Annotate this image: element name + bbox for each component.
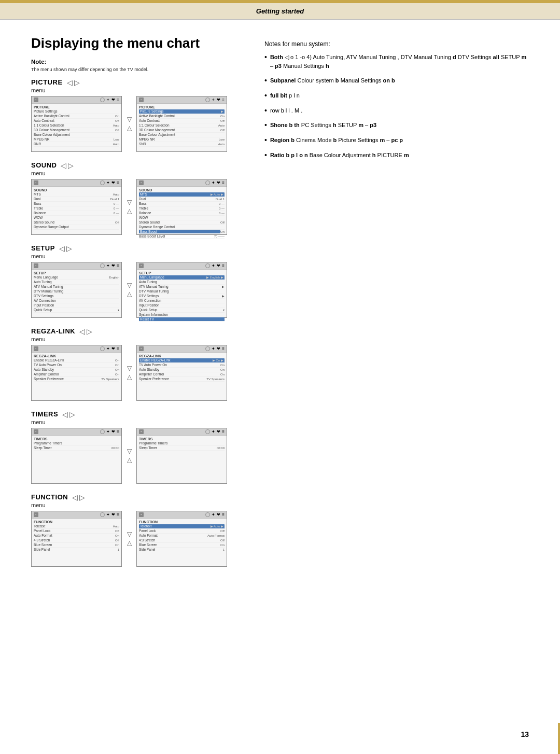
picture-screen2-topbar: ▪ ✦ ❤ ≡ [137, 96, 227, 104]
bullet-0: • [264, 53, 267, 62]
regza-s1-tv-icon: ▪ [34, 346, 38, 351]
setup-menu-title: SETUP [31, 244, 55, 252]
regza-menu-header-row: REGZA-LINK ◁ ▷ [31, 327, 249, 336]
picture-s2-row0: Picture Settings▶ [139, 109, 225, 114]
sound-s2-i3: ❤ [217, 180, 220, 185]
timers-nav-arrows: ◁ ▷ [62, 410, 75, 418]
function-s1-icons: ✦ ❤ ≡ [100, 512, 119, 517]
sound-s2-i1 [205, 180, 210, 185]
timers-screen-1: ▪ ✦ ❤ ≡ TIMERS Programme Timers Sleep [31, 428, 122, 484]
function-s1-i2: ✦ [106, 512, 110, 517]
regza-arrow-right[interactable]: ▷ [87, 327, 92, 336]
sound-s2-r9: Bass Boost Level70 —— [139, 234, 225, 239]
picture-s2-icon2: ✦ [212, 97, 215, 102]
setup-s2-r2: ATV Manual Tuning▶ [139, 285, 225, 289]
setup-s1-section: SETUP [34, 271, 119, 275]
regza-screen2-rows: REGZA-LINK Enable REGZA-Link▶ On ▶ TV Au… [137, 353, 227, 383]
sound-menu-title: SOUND [31, 161, 57, 169]
picture-s1-row3: 1:1 Colour SelectionAuto [34, 123, 119, 128]
function-s2-r1: Panel LockOff [139, 529, 225, 534]
timers-menu-header-row: TIMERS ◁ ▷ [31, 410, 249, 419]
function-s1-r3: 4:3 StretchOff [34, 538, 119, 543]
setup-s2-r6: Input Position [139, 303, 225, 308]
picture-s2-row4: 3D Colour ManagementOff [139, 128, 225, 133]
setup-arrow-right[interactable]: ▷ [66, 244, 72, 253]
function-s2-i3: ❤ [217, 512, 220, 517]
regza-nav-arrows: ◁ ▷ [79, 327, 92, 336]
timers-screen2-rows: TIMERS Programme Timers Sleep Timer00:00 [137, 436, 227, 452]
function-arrow-right[interactable]: ▷ [79, 493, 85, 501]
setup-s2-r4: DTV Settings▶ [139, 294, 225, 299]
timers-s2-tv-icon: ▪ [139, 429, 144, 434]
function-s1-i3: ❤ [111, 512, 115, 517]
regza-s1-r4: Speaker PreferenceTV Speakers [34, 377, 119, 382]
page-title: Displaying the menu chart [31, 35, 249, 51]
setup-menu-header-row: SETUP ◁ ▷ [31, 244, 249, 253]
function-arrow-left[interactable]: ◁ [72, 493, 78, 501]
timers-s2-i1 [205, 429, 210, 434]
picture-s1-row0: Picture Settings [34, 109, 119, 114]
sound-screen-1: ▪ ✦ ❤ ≡ SOUND MTSAuto DualDual 1 [31, 179, 122, 235]
setup-s1-tv-icon: ▪ [34, 263, 38, 268]
sound-s2-r7: Dynamic Range Control [139, 225, 225, 230]
setup-nav-down: △ [127, 290, 132, 298]
picture-s1-row6: MPEG NRLow [34, 137, 119, 142]
function-screen-1: ▪ ✦ ❤ ≡ FUNCTION TeletextAuto Panel L [31, 511, 122, 567]
picture-s1-row4: 3D Colour ManagementOff [34, 128, 119, 133]
setup-arrow-left[interactable]: ◁ [59, 244, 65, 253]
picture-screen1-topbar: ▪ ✦ ❤ ≡ [32, 96, 121, 104]
setup-s2-r0: Menu Language▶ English ▶ [139, 275, 225, 280]
sound-s1-i2: ✦ [106, 180, 110, 185]
regza-menu-title: REGZA-LINK [31, 327, 75, 335]
sound-s1-i1 [100, 180, 105, 185]
setup-s1-r3: DTV Manual Tuning [34, 289, 119, 294]
timers-arrow-right[interactable]: ▷ [69, 410, 75, 418]
function-s1-topbar: ▪ ✦ ❤ ≡ [32, 511, 121, 519]
regza-s1-r1: TV Auto Power OnOn [34, 363, 119, 368]
bottom-border-bar [558, 723, 560, 754]
regza-menu-subtitle: menu [31, 336, 249, 342]
timers-arrow-left[interactable]: ◁ [62, 410, 68, 418]
function-s1-tv-icon: ▪ [34, 512, 38, 517]
regza-s2-i3: ❤ [217, 346, 220, 351]
picture-arrow-right[interactable]: ▷ [74, 78, 80, 87]
sound-arrow-right[interactable]: ▷ [68, 161, 74, 170]
function-menu-header-row: FUNCTION ◁ ▷ [31, 493, 249, 502]
function-nav-arrows: ◁ ▷ [72, 493, 85, 501]
regza-s1-i2: ✦ [106, 346, 110, 351]
setup-s2-i3: ❤ [217, 263, 220, 268]
picture-screen2-rows: PICTURE Picture Settings▶ Active Backlig… [137, 104, 227, 148]
timers-s1-topbar: ▪ ✦ ❤ ≡ [32, 428, 121, 436]
regza-arrow-left[interactable]: ◁ [79, 327, 85, 336]
setup-s1-i4: ≡ [117, 263, 119, 268]
regza-s1-section: REGZA-LINK [34, 354, 119, 358]
setup-s2-r7: Quick Setup▾ [139, 308, 225, 313]
getting-started-text: Getting started [256, 7, 304, 15]
timers-s2-r0: Programme Timers [139, 441, 225, 446]
function-s1-r1: Panel LockOff [34, 529, 119, 534]
picture-screen-2: ▪ ✦ ❤ ≡ PICTURE Picture Settings▶ Act [136, 96, 227, 152]
note-section: Note: The menu shown may differ dependin… [31, 59, 249, 73]
setup-screen-2: ▪ ✦ ❤ ≡ SETUP Menu Language▶ English ▶ [136, 262, 227, 318]
sound-menu-section: SOUND ◁ ▷ menu ▪ ✦ ❤ [31, 161, 249, 235]
function-s2-r2: Auto FormatAuto Format [139, 534, 225, 538]
function-screen2-rows: FUNCTION Teletext▶ Auto ▶ Panel LockOff … [137, 519, 227, 553]
setup-s2-i2: ✦ [212, 263, 215, 268]
regza-nav-down: △ [127, 373, 132, 381]
setup-s1-r7: Quick Setup▾ [34, 308, 119, 313]
left-column: Displaying the menu chart Note: The menu… [31, 35, 249, 576]
timers-s1-i4: ≡ [117, 429, 119, 434]
timers-nav-vertical: ▽ △ [126, 428, 132, 484]
sound-s1-i4: ≡ [117, 180, 119, 185]
note-text-5: Region b Cinema Mode b Picture Settings … [270, 136, 529, 145]
setup-s2-r1: Auto Tuning [139, 280, 225, 285]
function-s2-i1 [205, 512, 210, 517]
setup-s1-i1 [100, 263, 105, 268]
setup-s2-r3: DTV Manual Tuning [139, 289, 225, 294]
function-screen1-rows: FUNCTION TeletextAuto Panel LockOff Auto… [32, 519, 121, 553]
sound-tv-screens: ▪ ✦ ❤ ≡ SOUND MTSAuto DualDual 1 [31, 179, 249, 235]
sound-arrow-left[interactable]: ◁ [61, 161, 66, 170]
setup-s1-r0: Menu LanguageEnglish [34, 275, 119, 280]
sound-s1-r0: MTSAuto [34, 192, 119, 197]
picture-arrow-left[interactable]: ◁ [67, 78, 73, 87]
